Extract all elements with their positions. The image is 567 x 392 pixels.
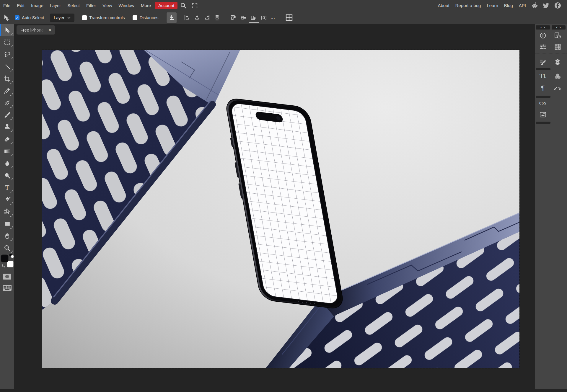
canvas-workspace[interactable] <box>14 36 535 392</box>
align-bottom-icon[interactable] <box>249 14 259 23</box>
menu-edit[interactable]: Edit <box>14 3 28 8</box>
quick-mask-button[interactable] <box>0 272 14 282</box>
auto-select-label: Auto-Select <box>22 15 44 20</box>
menubar-links: About Report a bug Learn Blog API <box>435 2 567 9</box>
panel-css[interactable]: CSS <box>537 99 548 107</box>
link-api[interactable]: API <box>516 3 529 8</box>
tool-brush[interactable] <box>0 109 14 121</box>
clone-stamp-icon <box>4 124 11 130</box>
menu-more[interactable]: More <box>138 3 154 8</box>
menu-layer[interactable]: Layer <box>47 3 64 8</box>
collapse-panel-left[interactable]: < > <box>536 25 550 30</box>
tool-blur[interactable] <box>0 157 14 169</box>
brush-icon <box>4 112 11 118</box>
tool-rectangle-select[interactable] <box>0 36 14 48</box>
panel-sidebar: < > < > Tt ¶ CSS <box>535 24 567 389</box>
background-color-swatch[interactable] <box>7 261 14 267</box>
tool-flyout-indicator <box>10 117 13 120</box>
link-report-a-bug[interactable]: Report a bug <box>452 3 484 8</box>
tool-flyout-indicator <box>10 81 13 84</box>
distribute-vertical-icon[interactable] <box>212 12 222 23</box>
tool-hand[interactable] <box>0 230 14 242</box>
panel-group-separator <box>536 68 550 70</box>
tool-flyout-indicator <box>10 178 13 180</box>
panel-info[interactable] <box>537 30 548 40</box>
tool-flyout-indicator <box>10 226 13 229</box>
auto-select-option: ✓ Auto-Select <box>15 15 44 20</box>
account-button[interactable]: Account <box>155 2 177 9</box>
mockup-render <box>42 50 519 368</box>
tool-clone-stamp[interactable] <box>0 121 14 133</box>
tool-dodge[interactable] <box>0 169 14 182</box>
menu-file[interactable]: File <box>0 3 14 8</box>
menu-select[interactable]: Select <box>64 3 83 8</box>
twitter-icon[interactable] <box>540 2 552 9</box>
tool-eyedropper[interactable] <box>0 85 14 97</box>
tool-move[interactable] <box>0 24 14 36</box>
foreground-color-swatch[interactable] <box>1 255 8 262</box>
panel-brush-settings[interactable] <box>537 57 548 67</box>
check-icon: ✓ <box>16 16 19 19</box>
panel-paths[interactable] <box>552 83 563 93</box>
tool-type[interactable]: T <box>0 182 14 194</box>
tool-rectangle-shape[interactable] <box>0 218 14 230</box>
auto-select-target-dropdown[interactable]: Layer <box>50 14 74 22</box>
canvas-document[interactable] <box>42 50 519 368</box>
tool-magic-wand[interactable] <box>0 61 14 73</box>
align-left-icon[interactable] <box>182 12 192 23</box>
menu-view[interactable]: View <box>99 3 115 8</box>
tool-crop[interactable] <box>0 73 14 85</box>
swap-colors-icon[interactable] <box>1 263 6 269</box>
collage-grid-icon[interactable] <box>284 12 294 23</box>
tool-path-select[interactable] <box>0 206 14 218</box>
menu-image[interactable]: Image <box>28 3 47 8</box>
align-top-icon[interactable] <box>229 12 239 23</box>
css-icon: CSS <box>539 101 547 105</box>
panel-layers[interactable] <box>552 57 563 67</box>
link-about[interactable]: About <box>435 3 452 8</box>
tool-gradient[interactable] <box>0 145 14 157</box>
panel-history[interactable] <box>552 30 563 40</box>
transform-controls-checkbox[interactable] <box>82 15 87 20</box>
move-cursor-icon <box>2 14 11 21</box>
link-blog[interactable]: Blog <box>501 3 516 8</box>
close-icon[interactable]: × <box>48 27 51 32</box>
tool-flyout-indicator <box>10 166 13 168</box>
tool-spot-healing[interactable] <box>0 97 14 109</box>
panel-paragraph[interactable]: ¶ <box>537 83 548 93</box>
document-tab[interactable]: Free iPhone × <box>17 25 55 35</box>
tool-eraser[interactable] <box>0 133 14 145</box>
tool-flyout-indicator <box>10 45 13 47</box>
download-button[interactable] <box>167 12 177 23</box>
panel-image[interactable] <box>537 110 548 120</box>
distribute-horizontal-icon[interactable] <box>259 12 269 23</box>
tool-lasso[interactable] <box>0 48 14 61</box>
reddit-icon[interactable] <box>529 2 540 9</box>
align-right-icon[interactable] <box>202 12 212 23</box>
menu-filter[interactable]: Filter <box>83 3 99 8</box>
keyboard-shortcuts-button[interactable] <box>0 283 14 293</box>
tool-zoom[interactable] <box>0 242 14 254</box>
panel-channels[interactable] <box>552 71 563 81</box>
svg-text:Tt: Tt <box>540 73 546 80</box>
default-colors-icon[interactable] <box>11 255 14 258</box>
dropdown-value: Layer <box>54 15 64 20</box>
panel-swatches[interactable] <box>552 42 563 52</box>
auto-select-checkbox[interactable]: ✓ <box>15 15 19 20</box>
facebook-icon[interactable] <box>552 2 563 9</box>
more-options-button[interactable]: ... <box>271 14 275 19</box>
align-middle-vertical-icon[interactable] <box>239 12 249 23</box>
panel-character[interactable]: Tt <box>537 71 548 81</box>
search-icon[interactable] <box>177 2 189 9</box>
color-swatches[interactable] <box>1 254 14 270</box>
tab-title: Free iPhone <box>20 28 44 32</box>
collapse-panel-right[interactable]: < > <box>552 25 566 30</box>
distances-checkbox[interactable] <box>133 15 137 20</box>
tool-pen[interactable] <box>0 194 14 206</box>
align-center-horizontal-icon[interactable] <box>192 12 202 23</box>
menu-window[interactable]: Window <box>115 3 138 8</box>
fullscreen-icon[interactable] <box>189 3 200 9</box>
link-learn[interactable]: Learn <box>484 3 501 8</box>
tool-sidebar: T <box>0 24 14 389</box>
panel-adjustments[interactable] <box>537 42 548 52</box>
